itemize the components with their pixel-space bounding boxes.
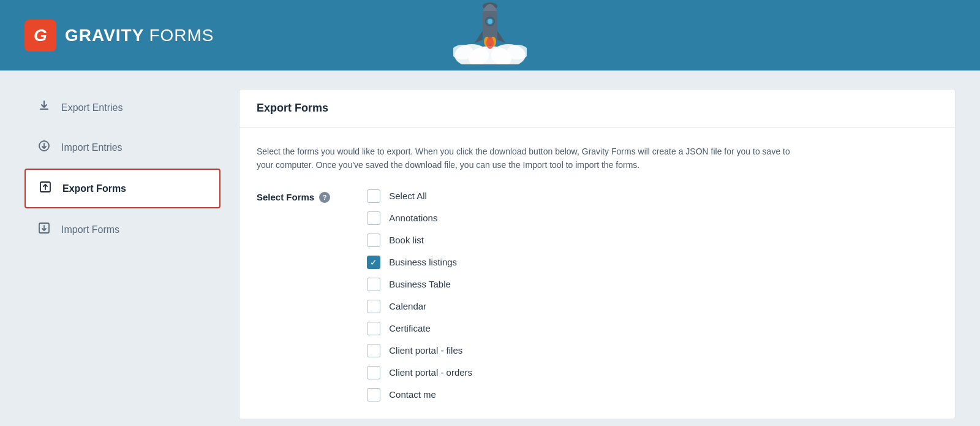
checkbox-label-business-listings: Business listings [389,257,457,267]
checkbox-item-annotations[interactable]: Annotations [367,211,472,225]
checkbox-calendar[interactable] [367,300,380,313]
checkbox-item-calendar[interactable]: Calendar [367,300,472,313]
select-forms-text: Select Forms [257,192,314,202]
checkbox-item-contact-me[interactable]: Contact me [367,388,472,401]
checkbox-label-contact-me: Contact me [389,389,436,400]
panel-title: Export Forms [257,102,938,115]
checkbox-business-table[interactable] [367,278,380,291]
checkbox-select-all[interactable] [367,189,380,203]
sidebar-item-import-entries-label: Import Entries [61,142,123,153]
checkbox-label-client-portal-orders: Client portal - orders [389,367,472,378]
checkbox-label-select-all: Select All [389,191,427,201]
brand-gravity: GRAVITY [65,26,144,45]
checkbox-label-business-table: Business Table [389,279,451,289]
checkbox-list: Select All Annotations Book list ✓ [367,189,472,401]
help-icon[interactable]: ? [319,192,330,203]
sidebar-item-export-forms-label: Export Forms [62,183,126,194]
checkbox-client-portal-orders[interactable] [367,366,380,379]
main-layout: Export Entries Import Entries Export For… [0,70,980,426]
checkbox-business-listings[interactable]: ✓ [367,256,380,269]
panel-description: Select the forms you would like to expor… [257,145,808,172]
checkbox-contact-me[interactable] [367,388,380,401]
import-entries-icon [37,140,51,155]
checkbox-label-certificate: Certificate [389,323,431,333]
checkbox-item-select-all[interactable]: Select All [367,189,472,203]
checkbox-label-client-portal-files: Client portal - files [389,345,462,356]
logo-icon: G [24,20,56,51]
svg-point-11 [486,37,494,49]
svg-rect-12 [40,108,48,110]
checkbox-annotations[interactable] [367,211,380,225]
checkbox-item-certificate[interactable]: Certificate [367,322,472,335]
sidebar-item-import-entries[interactable]: Import Entries [24,129,221,166]
svg-point-8 [488,19,492,24]
logo-text: GRAVITY FORMS [65,26,214,45]
checkbox-book-list[interactable] [367,234,380,247]
sidebar-item-import-forms[interactable]: Import Forms [24,211,221,248]
rocket-illustration [453,0,527,67]
logo-area: G GRAVITY FORMS [24,20,214,51]
checkbox-item-client-portal-orders[interactable]: Client portal - orders [367,366,472,379]
import-forms-icon [37,222,51,237]
checkbox-label-annotations: Annotations [389,213,437,223]
select-forms-row: Select Forms ? Select All Annotations [257,189,938,401]
checkbox-item-business-listings[interactable]: ✓ Business listings [367,256,472,269]
checkbox-item-client-portal-files[interactable]: Client portal - files [367,344,472,357]
sidebar-item-import-forms-label: Import Forms [61,224,119,235]
panel-body: Select the forms you would like to expor… [239,127,955,419]
select-forms-label: Select Forms ? [257,192,330,203]
checkbox-client-portal-files[interactable] [367,344,380,357]
export-entries-icon [37,100,51,115]
checkbox-item-business-table[interactable]: Business Table [367,278,472,291]
app-header: G GRAVITY FORMS [0,0,980,70]
checkbox-label-calendar: Calendar [389,301,426,311]
sidebar: Export Entries Import Entries Export For… [24,89,221,419]
panel-header: Export Forms [239,89,955,127]
sidebar-item-export-forms[interactable]: Export Forms [24,169,221,208]
sidebar-item-export-entries-label: Export Entries [61,102,123,113]
checkbox-label-book-list: Book list [389,235,424,245]
brand-forms: FORMS [149,26,214,45]
checkbox-certificate[interactable] [367,322,380,335]
export-forms-icon [38,181,53,196]
sidebar-item-export-entries[interactable]: Export Entries [24,89,221,126]
content-panel: Export Forms Select the forms you would … [239,89,956,419]
checkbox-item-book-list[interactable]: Book list [367,234,472,247]
